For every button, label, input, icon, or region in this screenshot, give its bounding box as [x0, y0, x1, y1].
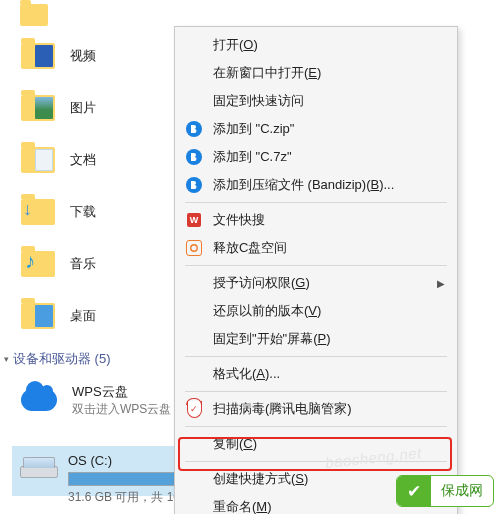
menu-scan-virus[interactable]: ✓扫描病毒(腾讯电脑管家) — [175, 395, 457, 423]
context-menu: 打开(O) 在新窗口中打开(E) 固定到快速访问 添加到 "C.zip" 添加到… — [174, 26, 458, 514]
wps-icon: W — [187, 213, 201, 227]
folder-videos[interactable]: 视频 — [70, 47, 96, 65]
cleanup-icon — [186, 240, 202, 256]
menu-restore-previous[interactable]: 还原以前的版本(V) — [175, 297, 457, 325]
menu-copy[interactable]: 复制(C) — [175, 430, 457, 458]
menu-open-new-window[interactable]: 在新窗口中打开(E) — [175, 59, 457, 87]
folder-music-icon — [21, 251, 55, 277]
submenu-arrow-icon: ▶ — [437, 278, 445, 289]
site-badge[interactable]: ✔保成网 — [396, 475, 494, 507]
folder-documents-icon — [21, 147, 55, 173]
folder-pictures-icon — [21, 95, 55, 121]
folder-downloads-icon — [21, 199, 55, 225]
folder-desktop-icon — [21, 303, 55, 329]
wps-drive[interactable]: WPS云盘双击进入WPS云盘 — [72, 383, 171, 418]
menu-add-compressed[interactable]: 添加到压缩文件 (Bandizip)(B)... — [175, 171, 457, 199]
menu-pin-quick-access[interactable]: 固定到快速访问 — [175, 87, 457, 115]
folder-downloads[interactable]: 下载 — [70, 203, 96, 221]
folder-documents[interactable]: 文档 — [70, 151, 96, 169]
menu-free-c-space[interactable]: 释放C盘空间 — [175, 234, 457, 262]
chevron-down-icon: ▾ — [4, 354, 9, 364]
menu-add-7z[interactable]: 添加到 "C.7z" — [175, 143, 457, 171]
folder-music[interactable]: 音乐 — [70, 255, 96, 273]
menu-open[interactable]: 打开(O) — [175, 31, 457, 59]
svg-point-0 — [191, 245, 197, 251]
folder-desktop[interactable]: 桌面 — [70, 307, 96, 325]
bandizip-icon — [186, 149, 202, 165]
menu-format[interactable]: 格式化(A)... — [175, 360, 457, 388]
menu-grant-access[interactable]: 授予访问权限(G)▶ — [175, 269, 457, 297]
menu-pin-start[interactable]: 固定到"开始"屏幕(P) — [175, 325, 457, 353]
shield-icon: ✓ — [187, 401, 202, 418]
folder-videos-icon — [21, 43, 55, 69]
drive-icon — [20, 450, 58, 494]
bandizip-icon — [186, 177, 202, 193]
folder-icon — [20, 4, 48, 26]
section-devices[interactable]: ▾设备和驱动器 (5) — [0, 342, 175, 376]
cloud-icon — [20, 384, 58, 416]
check-shield-icon: ✔ — [397, 476, 431, 506]
folder-pictures[interactable]: 图片 — [70, 99, 96, 117]
bandizip-icon — [186, 121, 202, 137]
menu-add-zip[interactable]: 添加到 "C.zip" — [175, 115, 457, 143]
menu-file-quick-search[interactable]: W文件快搜 — [175, 206, 457, 234]
